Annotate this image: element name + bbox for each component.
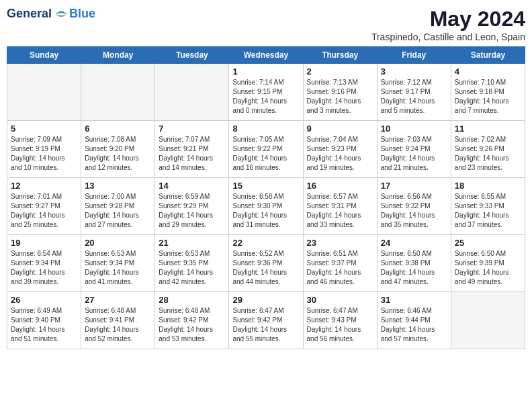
day-info: Sunrise: 7:00 AMSunset: 9:28 PMDaylight:… (85, 192, 151, 230)
calendar-week-row: 5Sunrise: 7:09 AMSunset: 9:19 PMDaylight… (7, 121, 525, 178)
calendar-week-row: 12Sunrise: 7:01 AMSunset: 9:27 PMDayligh… (7, 178, 525, 235)
weekday-header-monday: Monday (81, 47, 155, 64)
day-info: Sunrise: 7:09 AMSunset: 9:19 PMDaylight:… (11, 135, 77, 173)
weekday-header-wednesday: Wednesday (229, 47, 303, 64)
day-number: 2 (307, 66, 373, 77)
day-info: Sunrise: 6:50 AMSunset: 9:38 PMDaylight:… (381, 249, 447, 287)
day-info: Sunrise: 6:49 AMSunset: 9:40 PMDaylight:… (11, 306, 77, 344)
logo-icon (54, 7, 68, 21)
calendar-cell: 20Sunrise: 6:53 AMSunset: 9:34 PMDayligh… (81, 235, 155, 292)
calendar-cell: 23Sunrise: 6:51 AMSunset: 9:37 PMDayligh… (303, 235, 377, 292)
day-number: 12 (11, 181, 77, 191)
day-info: Sunrise: 7:07 AMSunset: 9:21 PMDaylight:… (159, 135, 225, 173)
calendar-cell: 24Sunrise: 6:50 AMSunset: 9:38 PMDayligh… (377, 235, 451, 292)
calendar-cell: 2Sunrise: 7:13 AMSunset: 9:16 PMDaylight… (303, 64, 377, 121)
calendar-cell: 4Sunrise: 7:10 AMSunset: 9:18 PMDaylight… (451, 64, 525, 121)
calendar-cell: 5Sunrise: 7:09 AMSunset: 9:19 PMDaylight… (7, 121, 81, 178)
day-number: 23 (307, 238, 373, 248)
day-number: 29 (232, 295, 299, 305)
day-info: Sunrise: 6:57 AMSunset: 9:31 PMDaylight:… (307, 192, 373, 230)
day-number: 13 (85, 181, 151, 191)
day-info: Sunrise: 7:04 AMSunset: 9:23 PMDaylight:… (307, 135, 373, 173)
day-number: 5 (11, 124, 77, 134)
day-number: 21 (159, 238, 225, 248)
calendar-cell: 11Sunrise: 7:02 AMSunset: 9:26 PMDayligh… (451, 121, 525, 178)
calendar-cell (7, 64, 81, 121)
day-number: 24 (381, 238, 447, 248)
calendar-cell: 30Sunrise: 6:47 AMSunset: 9:43 PMDayligh… (303, 292, 377, 349)
logo-text-general: General (7, 7, 52, 21)
day-info: Sunrise: 7:10 AMSunset: 9:18 PMDaylight:… (455, 78, 521, 116)
day-info: Sunrise: 6:59 AMSunset: 9:29 PMDaylight:… (159, 192, 225, 230)
calendar-cell: 10Sunrise: 7:03 AMSunset: 9:24 PMDayligh… (377, 121, 451, 178)
calendar-cell: 3Sunrise: 7:12 AMSunset: 9:17 PMDaylight… (377, 64, 451, 121)
calendar-cell: 16Sunrise: 6:57 AMSunset: 9:31 PMDayligh… (303, 178, 377, 235)
calendar-cell: 14Sunrise: 6:59 AMSunset: 9:29 PMDayligh… (155, 178, 229, 235)
calendar-cell (81, 64, 155, 121)
day-info: Sunrise: 6:52 AMSunset: 9:36 PMDaylight:… (232, 249, 299, 287)
day-number: 3 (381, 66, 447, 77)
calendar-header: SundayMondayTuesdayWednesdayThursdayFrid… (7, 47, 525, 64)
day-number: 1 (232, 66, 299, 77)
day-number: 26 (11, 295, 77, 305)
day-number: 31 (381, 295, 447, 305)
day-info: Sunrise: 6:48 AMSunset: 9:41 PMDaylight:… (85, 306, 151, 344)
day-number: 28 (159, 295, 225, 305)
calendar-cell: 17Sunrise: 6:56 AMSunset: 9:32 PMDayligh… (377, 178, 451, 235)
weekday-header-saturday: Saturday (451, 47, 525, 64)
calendar-cell (155, 64, 229, 121)
calendar-cell: 6Sunrise: 7:08 AMSunset: 9:20 PMDaylight… (81, 121, 155, 178)
day-info: Sunrise: 7:14 AMSunset: 9:15 PMDaylight:… (232, 78, 299, 116)
day-info: Sunrise: 7:13 AMSunset: 9:16 PMDaylight:… (307, 78, 373, 116)
calendar-cell: 13Sunrise: 7:00 AMSunset: 9:28 PMDayligh… (81, 178, 155, 235)
calendar-table: SundayMondayTuesdayWednesdayThursdayFrid… (7, 46, 525, 349)
day-info: Sunrise: 7:08 AMSunset: 9:20 PMDaylight:… (85, 135, 151, 173)
day-info: Sunrise: 7:03 AMSunset: 9:24 PMDaylight:… (381, 135, 447, 173)
calendar-cell: 22Sunrise: 6:52 AMSunset: 9:36 PMDayligh… (229, 235, 303, 292)
day-number: 6 (85, 124, 151, 134)
day-info: Sunrise: 6:53 AMSunset: 9:35 PMDaylight:… (159, 249, 225, 287)
calendar-cell: 12Sunrise: 7:01 AMSunset: 9:27 PMDayligh… (7, 178, 81, 235)
day-info: Sunrise: 6:50 AMSunset: 9:39 PMDaylight:… (455, 249, 521, 287)
calendar-week-row: 26Sunrise: 6:49 AMSunset: 9:40 PMDayligh… (7, 292, 525, 349)
day-number: 8 (232, 124, 299, 134)
logo: General Blue (7, 7, 95, 21)
logo-text-blue: Blue (69, 7, 95, 21)
calendar-cell: 18Sunrise: 6:55 AMSunset: 9:33 PMDayligh… (451, 178, 525, 235)
day-info: Sunrise: 6:47 AMSunset: 9:43 PMDaylight:… (307, 306, 373, 344)
day-info: Sunrise: 7:02 AMSunset: 9:26 PMDaylight:… (455, 135, 521, 173)
day-info: Sunrise: 6:51 AMSunset: 9:37 PMDaylight:… (307, 249, 373, 287)
calendar-cell: 1Sunrise: 7:14 AMSunset: 9:15 PMDaylight… (229, 64, 303, 121)
weekday-header-tuesday: Tuesday (155, 47, 229, 64)
day-info: Sunrise: 6:47 AMSunset: 9:42 PMDaylight:… (232, 306, 299, 344)
calendar-week-row: 1Sunrise: 7:14 AMSunset: 9:15 PMDaylight… (7, 64, 525, 121)
day-number: 15 (232, 181, 299, 191)
day-info: Sunrise: 6:55 AMSunset: 9:33 PMDaylight:… (455, 192, 521, 230)
calendar-cell: 8Sunrise: 7:05 AMSunset: 9:22 PMDaylight… (229, 121, 303, 178)
calendar-cell: 29Sunrise: 6:47 AMSunset: 9:42 PMDayligh… (229, 292, 303, 349)
day-info: Sunrise: 6:46 AMSunset: 9:44 PMDaylight:… (381, 306, 447, 344)
calendar-cell: 26Sunrise: 6:49 AMSunset: 9:40 PMDayligh… (7, 292, 81, 349)
day-info: Sunrise: 6:58 AMSunset: 9:30 PMDaylight:… (232, 192, 299, 230)
month-title: May 2024 (371, 7, 525, 32)
day-number: 16 (307, 181, 373, 191)
day-number: 7 (159, 124, 225, 134)
calendar-cell: 27Sunrise: 6:48 AMSunset: 9:41 PMDayligh… (81, 292, 155, 349)
day-number: 27 (85, 295, 151, 305)
title-area: May 2024 Traspinedo, Castille and Leon, … (371, 7, 525, 42)
day-info: Sunrise: 6:53 AMSunset: 9:34 PMDaylight:… (85, 249, 151, 287)
day-number: 17 (381, 181, 447, 191)
day-info: Sunrise: 6:56 AMSunset: 9:32 PMDaylight:… (381, 192, 447, 230)
calendar-cell: 31Sunrise: 6:46 AMSunset: 9:44 PMDayligh… (377, 292, 451, 349)
calendar-cell (451, 292, 525, 349)
calendar-week-row: 19Sunrise: 6:54 AMSunset: 9:34 PMDayligh… (7, 235, 525, 292)
location-title: Traspinedo, Castille and Leon, Spain (371, 32, 525, 42)
day-number: 10 (381, 124, 447, 134)
day-info: Sunrise: 7:05 AMSunset: 9:22 PMDaylight:… (232, 135, 299, 173)
weekday-header-friday: Friday (377, 47, 451, 64)
calendar-cell: 15Sunrise: 6:58 AMSunset: 9:30 PMDayligh… (229, 178, 303, 235)
day-number: 4 (455, 66, 521, 77)
day-number: 11 (455, 124, 521, 134)
weekday-header-thursday: Thursday (303, 47, 377, 64)
calendar-cell: 25Sunrise: 6:50 AMSunset: 9:39 PMDayligh… (451, 235, 525, 292)
